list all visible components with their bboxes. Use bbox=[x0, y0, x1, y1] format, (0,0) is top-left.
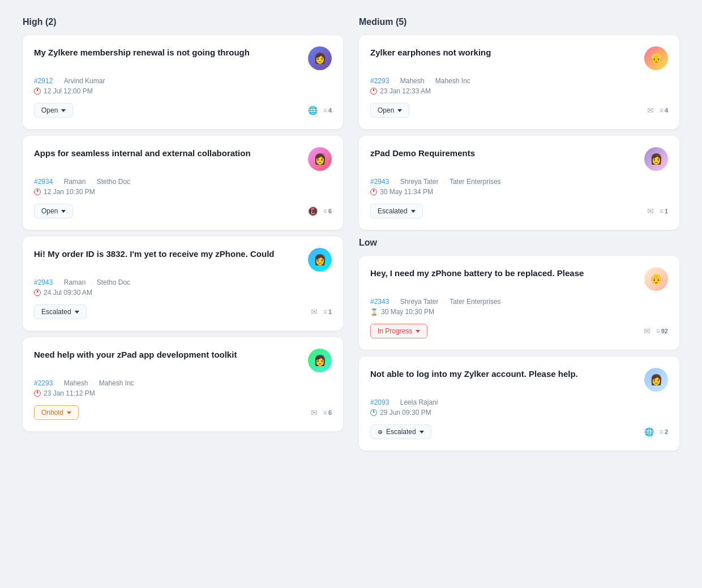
status-button[interactable]: Escalated bbox=[34, 304, 87, 319]
card-meta: #2943 · Raman · Stetho Doc bbox=[34, 278, 332, 286]
lines-icon: ≡1 bbox=[660, 207, 668, 215]
card-icons: ✉ ≡92 bbox=[644, 327, 668, 336]
card-title: My Zylkere membership renewal is not goi… bbox=[34, 46, 302, 58]
medium-column-header: Medium (5) bbox=[359, 17, 679, 27]
company: Mahesh Inc bbox=[435, 77, 470, 85]
card-meta: #2912 · Arvind Kumar bbox=[34, 77, 332, 85]
low-section: Low Hey, I need my zPhone battery to be … bbox=[359, 238, 679, 450]
assignee: Raman bbox=[64, 178, 86, 186]
high-column-header: High (2) bbox=[23, 17, 343, 27]
card-high-4: Need help with your zPad app development… bbox=[23, 337, 343, 431]
chevron-down-icon bbox=[397, 109, 402, 112]
card-med-2: zPad Demo Requirements 👩 #2943 · Shreya … bbox=[359, 136, 679, 230]
lines-icon: ≡4 bbox=[323, 106, 332, 114]
company: Stetho Doc bbox=[97, 178, 130, 186]
card-high-2: Apps for seamless internal and external … bbox=[23, 136, 343, 230]
lines-icon: ≡1 bbox=[323, 308, 332, 316]
right-column: Medium (5) Zylker earphones not working … bbox=[359, 17, 679, 457]
avatar: 👴 bbox=[644, 46, 668, 70]
card-low-1: Hey, I need my zPhone battery to be repl… bbox=[359, 256, 679, 350]
avatar: 👩 bbox=[644, 147, 668, 171]
clock-icon bbox=[370, 409, 377, 416]
globe-icon: 🌐 bbox=[308, 106, 318, 115]
card-meta: #2343 · Shreya Tater · Tater Enterprises bbox=[370, 298, 668, 306]
low-column-header: Low bbox=[359, 238, 679, 248]
avatar: 👩 bbox=[644, 368, 668, 392]
medium-section: Medium (5) Zylker earphones not working … bbox=[359, 17, 679, 230]
card-icons: 🌐 ≡4 bbox=[308, 106, 332, 115]
card-icons: ✉ ≡1 bbox=[311, 307, 332, 316]
card-title: Hey, I need my zPhone battery to be repl… bbox=[370, 267, 639, 279]
assignee: Arvind Kumar bbox=[64, 77, 105, 85]
globe-icon: 🌐 bbox=[644, 427, 654, 436]
clock-icon bbox=[34, 88, 41, 95]
assignee: Shreya Tater bbox=[400, 298, 439, 306]
ticket-id: #2293 bbox=[370, 77, 389, 85]
assignee: Raman bbox=[64, 278, 86, 286]
card-icons: 📵 ≡6 bbox=[308, 207, 332, 216]
avatar: 👩 bbox=[308, 349, 332, 372]
company: Tater Enterprises bbox=[450, 298, 501, 306]
mail-icon: ✉ bbox=[311, 307, 318, 316]
card-med-1: Zylker earphones not working 👴 #2293 · M… bbox=[359, 35, 679, 129]
assignee: Leela Rajani bbox=[400, 398, 438, 406]
company: Mahesh Inc bbox=[99, 379, 134, 387]
clock-icon bbox=[370, 88, 377, 95]
lines-icon: ≡4 bbox=[660, 106, 668, 114]
card-title: Apps for seamless internal and external … bbox=[34, 147, 302, 159]
card-icons: ✉ ≡1 bbox=[647, 207, 668, 216]
card-title: zPad Demo Requirements bbox=[370, 147, 639, 159]
chevron-down-icon bbox=[416, 330, 420, 333]
card-low-2: Not able to log into my Zylker account. … bbox=[359, 357, 679, 450]
card-title: Zylker earphones not working bbox=[370, 46, 639, 58]
clock-icon bbox=[34, 289, 41, 296]
ticket-id: #2943 bbox=[370, 178, 389, 186]
status-button[interactable]: Open bbox=[34, 103, 73, 118]
chevron-down-icon bbox=[75, 311, 79, 314]
avatar: 👴 bbox=[644, 267, 668, 291]
chevron-down-icon bbox=[411, 210, 416, 213]
mail-icon: ✉ bbox=[647, 207, 654, 216]
card-title: Not able to log into my Zylker account. … bbox=[370, 368, 639, 380]
card-icons: 🌐 ≡2 bbox=[644, 427, 668, 436]
lines-icon: ≡92 bbox=[656, 327, 668, 335]
lines-icon: ≡2 bbox=[660, 428, 668, 436]
card-high-3: Hi! My order ID is 3832. I'm yet to rece… bbox=[23, 237, 343, 331]
card-time: 29 Jun 09:30 PM bbox=[370, 409, 668, 417]
card-time: 12 Jan 10:30 PM bbox=[34, 188, 332, 196]
card-time: ⌛ 30 May 10:30 PM bbox=[370, 308, 668, 316]
status-button[interactable]: Onhold bbox=[34, 405, 79, 420]
avatar: 👩 bbox=[308, 147, 332, 171]
card-time: 24 Jul 09:30 AM bbox=[34, 289, 332, 297]
status-button[interactable]: ⊕ Escalated bbox=[370, 424, 431, 439]
company: Stetho Doc bbox=[97, 278, 130, 286]
status-button[interactable]: Escalated bbox=[370, 204, 423, 218]
status-button[interactable]: Open bbox=[34, 204, 73, 218]
ticket-id: #2934 bbox=[34, 178, 53, 186]
card-meta: #2293 · Mahesh · Mahesh Inc bbox=[34, 379, 332, 387]
high-column: High (2) My Zylkere membership renewal i… bbox=[23, 17, 343, 457]
phone-icon: 📵 bbox=[308, 207, 318, 216]
escalated-icon: ⊕ bbox=[378, 428, 383, 436]
mail-icon: ✉ bbox=[644, 327, 650, 336]
assignee: Mahesh bbox=[64, 379, 88, 387]
mail-icon: ✉ bbox=[647, 106, 654, 115]
company: Tater Enterprises bbox=[450, 178, 501, 186]
chevron-down-icon bbox=[61, 210, 66, 213]
card-title: Hi! My order ID is 3832. I'm yet to rece… bbox=[34, 248, 302, 260]
status-button[interactable]: In Progress bbox=[370, 324, 427, 338]
status-button[interactable]: Open bbox=[370, 103, 409, 118]
lines-icon: ≡6 bbox=[323, 207, 332, 215]
avatar: 👩 bbox=[308, 248, 332, 272]
card-meta: #2293 · Mahesh · Mahesh Inc bbox=[370, 77, 668, 85]
chevron-down-icon bbox=[61, 109, 66, 112]
clock-icon bbox=[34, 390, 41, 397]
lines-icon: ≡6 bbox=[323, 409, 332, 417]
hourglass-icon: ⌛ bbox=[370, 308, 378, 316]
card-meta: #2943 · Shreya Tater · Tater Enterprises bbox=[370, 178, 668, 186]
card-time: 12 Jul 12:00 PM bbox=[34, 87, 332, 95]
card-title: Need help with your zPad app development… bbox=[34, 349, 302, 360]
chevron-down-icon bbox=[420, 431, 424, 434]
assignee: Mahesh bbox=[400, 77, 425, 85]
clock-icon bbox=[370, 188, 377, 195]
